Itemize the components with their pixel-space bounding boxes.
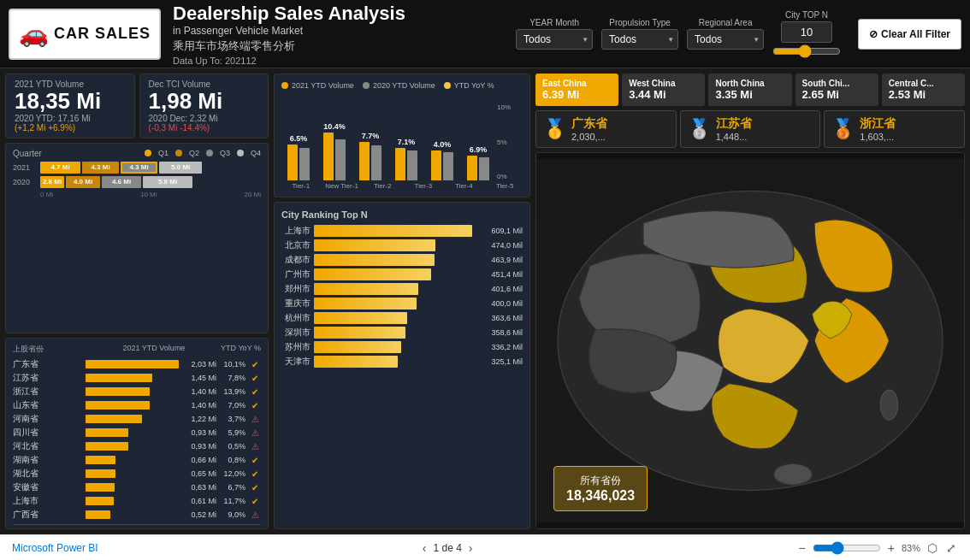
- tier-bar-2021: [431, 150, 441, 180]
- title-cn: 乘用车市场终端零售分析: [173, 38, 405, 54]
- tier-dual-bars: [359, 142, 381, 181]
- city-top-label: City TOP N: [785, 10, 828, 20]
- city-row[interactable]: 天津市 325,1 Mil: [281, 356, 523, 368]
- city-name: 成都市: [281, 254, 311, 266]
- city-row[interactable]: 广州市 451,4 Mil: [281, 268, 523, 280]
- tier-group: 4.0%: [427, 140, 458, 180]
- bar-2021-q2: 4.3 Mi: [82, 162, 119, 174]
- zoom-out-button[interactable]: −: [797, 539, 807, 557]
- city-row[interactable]: 重庆市 400,0 Mil: [281, 298, 523, 309]
- prev-page-button[interactable]: ‹: [423, 541, 427, 555]
- province-row[interactable]: 广东省 2,03 Mi 10,1% ✔: [13, 358, 261, 370]
- city-name: 上海市: [281, 225, 311, 237]
- province-name: 河南省: [13, 413, 82, 425]
- city-bar: [314, 327, 405, 339]
- province-name: 河北省: [13, 440, 82, 452]
- province-value: 1,40 Mi: [182, 387, 216, 396]
- fullscreen-button[interactable]: ⤢: [944, 539, 958, 557]
- province-row[interactable]: 山东省 1,40 Mi 7,0% ✔: [13, 399, 261, 411]
- region-card[interactable]: North China 3.35 Mi: [708, 74, 791, 106]
- province-row[interactable]: 湖南省 0,66 Mi 0,8% ✔: [13, 454, 261, 466]
- region-value: 3.44 Mi: [629, 88, 698, 101]
- province-trend-icon: ✔: [249, 374, 261, 383]
- share-button[interactable]: ⬡: [926, 539, 939, 557]
- province-row[interactable]: 四川省 0,93 Mi 5,9% ⚠: [13, 427, 261, 439]
- province-row[interactable]: 安徽省 0,63 Mi 6,7% ✔: [13, 481, 261, 493]
- province-pct: 10,1%: [220, 360, 245, 368]
- province-bar: [86, 374, 151, 382]
- province-row[interactable]: 河北省 0,93 Mi 0,5% ⚠: [13, 440, 261, 452]
- city-row[interactable]: 北京市 474,0 Mil: [281, 239, 523, 251]
- medal-card[interactable]: 🥇 广东省 2,030,...: [535, 110, 677, 148]
- province-pct: 9,0%: [220, 510, 245, 519]
- city-row[interactable]: 上海市 609,1 Mil: [281, 225, 523, 237]
- region-card[interactable]: Central C... 2.53 Mi: [882, 74, 965, 106]
- city-top-input[interactable]: [781, 21, 832, 43]
- region-name: Central C...: [889, 79, 958, 88]
- province-bar: [86, 387, 150, 396]
- province-value: 1,40 Mi: [182, 401, 216, 410]
- next-page-button[interactable]: ›: [469, 541, 473, 555]
- year-month-filter: YEAR Month Todos: [516, 18, 593, 50]
- city-name: 郑州市: [281, 283, 311, 295]
- province-trend-icon: ✔: [249, 360, 261, 369]
- regional-select[interactable]: Todos: [687, 29, 764, 50]
- medal-card[interactable]: 🥈 江苏省 1,448...: [680, 110, 821, 148]
- province-row[interactable]: 浙江省 1,40 Mi 13,9% ✔: [13, 386, 261, 398]
- city-name: 重庆市: [281, 298, 311, 309]
- region-card[interactable]: East China 6.39 Mi: [535, 74, 618, 106]
- city-top-slider[interactable]: [772, 44, 841, 58]
- medal-icon: 🥈: [688, 118, 711, 140]
- medal-info: 江苏省 1,448...: [716, 116, 752, 142]
- city-row[interactable]: 苏州市 336,2 Mil: [281, 341, 523, 353]
- medal-card[interactable]: 🥉 浙江省 1,603,...: [824, 110, 965, 148]
- province-name: 广西省: [13, 509, 82, 521]
- q4-dot: [237, 150, 244, 156]
- zoom-slider[interactable]: [813, 541, 881, 555]
- province-row[interactable]: 广西省 0,52 Mi 9,0% ⚠: [13, 509, 261, 521]
- city-row[interactable]: 成都市 463,9 Mil: [281, 254, 523, 266]
- province-bar-container: [86, 442, 179, 451]
- city-name: 北京市: [281, 239, 311, 251]
- tier-dot-yoy: [444, 82, 451, 89]
- region-card[interactable]: West China 3.44 Mi: [622, 74, 705, 106]
- province-trend-icon: ⚠: [249, 428, 261, 438]
- province-row[interactable]: 湖北省 0,65 Mi 12,0% ✔: [13, 468, 261, 480]
- region-card[interactable]: South Chi... 2.65 Mi: [796, 74, 878, 106]
- title-block: Dealership Sales Analysis in Passenger V…: [173, 3, 405, 66]
- bar-2021-q1: 4.7 Mi: [40, 162, 80, 174]
- tier-bar-2020: [479, 157, 489, 180]
- powerbi-link[interactable]: Microsoft Power BI: [12, 542, 98, 554]
- propulsion-select-wrapper[interactable]: Todos: [601, 29, 678, 50]
- year-month-label: YEAR Month: [529, 18, 579, 27]
- q3-dot: [206, 150, 213, 156]
- tier-group: 10.4%: [319, 122, 350, 180]
- city-row[interactable]: 深圳市 358,6 Mil: [281, 327, 523, 339]
- province-pct: 3,7%: [220, 415, 245, 423]
- province-pct: 12,0%: [220, 469, 245, 478]
- province-row[interactable]: 上海市 0,61 Mi 11,7% ✔: [13, 495, 261, 507]
- city-bar: [314, 312, 407, 324]
- province-trend-icon: ⚠: [249, 415, 261, 424]
- city-ranking-card: City Ranking Top N 上海市 609,1 Mil 北京市 474…: [274, 202, 530, 529]
- province-name: 湖北省: [13, 468, 82, 480]
- province-row[interactable]: 江苏省 1,45 Mi 7,8% ✔: [13, 372, 261, 384]
- province-row[interactable]: 河南省 1,22 Mi 3,7% ⚠: [13, 413, 261, 425]
- zoom-in-button[interactable]: +: [886, 539, 896, 557]
- regional-select-wrapper[interactable]: Todos: [687, 29, 764, 50]
- medal-cn-name: 江苏省: [716, 116, 752, 132]
- year-month-select-wrapper[interactable]: Todos: [516, 29, 593, 50]
- city-row[interactable]: 杭州市 363,6 Mil: [281, 312, 523, 324]
- q3-label: Q3: [220, 149, 230, 157]
- year-month-select[interactable]: Todos: [516, 29, 593, 50]
- tier-bar-2021: [323, 133, 334, 180]
- city-bar-container: [314, 239, 472, 251]
- province-pct: 6,7%: [220, 483, 245, 492]
- total-label: Total: [13, 528, 87, 529]
- city-value: 358,6 Mil: [476, 328, 523, 337]
- city-row[interactable]: 郑州市 401,6 Mil: [281, 283, 523, 295]
- province-value: 0,61 Mi: [182, 497, 216, 505]
- clear-filter-button[interactable]: ⊘ Clear All Filter: [858, 19, 961, 50]
- propulsion-select[interactable]: Todos: [601, 29, 678, 50]
- tier-dual-bars: [395, 148, 417, 181]
